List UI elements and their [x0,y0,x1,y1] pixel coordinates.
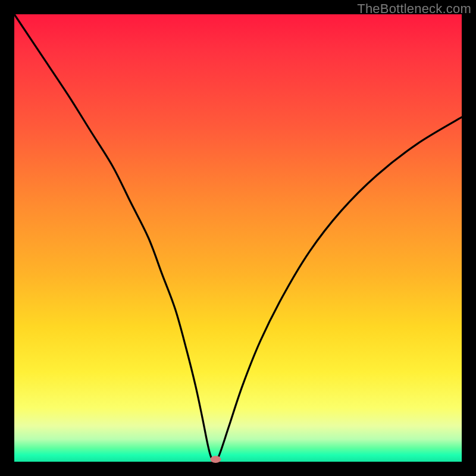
bottleneck-curve [14,14,462,462]
minimum-marker [210,456,221,463]
chart-frame: TheBottleneck.com [0,0,476,476]
plot-area [14,14,462,462]
